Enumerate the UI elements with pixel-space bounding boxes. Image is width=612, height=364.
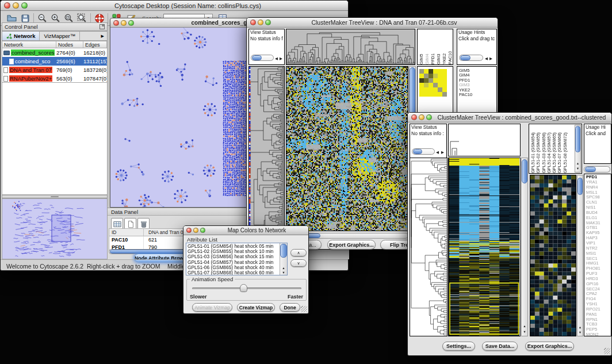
attribute-listbox[interactable]: GPL51-01 (GSM854) heat shock 05 minGPL51… [186,243,288,275]
heatmap-cell[interactable] [429,78,433,83]
main-titlebar[interactable]: Cytoscape Desktop (Session Name: collins… [1,1,348,11]
col-network[interactable]: Network [2,41,56,48]
attribute-list-vscrollbar[interactable]: ▲ ▼ [280,243,287,275]
resize-grip[interactable] [301,306,307,312]
row-dendrogram-canvas[interactable] [249,67,284,231]
heatmap-cell[interactable] [419,78,424,83]
heatmap-cell[interactable] [438,92,442,97]
scroll-right-arrow[interactable]: ▶ [489,56,492,60]
done-button[interactable]: Done [280,303,300,312]
tab-vizmapper[interactable]: VizMapper™ [40,32,80,40]
close-button[interactable] [411,114,417,120]
col-nodes[interactable]: Nodes [56,41,83,48]
heatmap-cell[interactable] [424,87,429,92]
scroll-right-arrow[interactable]: ▶ [280,56,282,60]
scroll-thumb[interactable] [460,55,471,60]
row-dendrogram-canvas[interactable] [410,158,447,336]
heatmap-cell[interactable] [429,92,433,97]
array-label[interactable]: GIM3 [436,30,442,64]
network-list-row[interactable]: DNA and Tran 07769(0)183728(0) [2,66,107,74]
array-label[interactable]: GIM5 [419,30,424,64]
heatmap-cell[interactable] [442,87,447,92]
global-heatmap-panel[interactable] [448,158,521,336]
resize-grip[interactable] [604,348,610,354]
scroll-up-arrow[interactable]: ▲ [577,325,583,329]
global-heatmap-canvas[interactable] [449,158,519,336]
minimize-button[interactable] [13,2,19,9]
tab-network[interactable]: Network [2,32,40,40]
scroll-thumb[interactable] [585,167,596,172]
scroll-thumb[interactable] [575,126,580,152]
create-vizmap-button[interactable]: Create Vizmap [237,303,275,312]
array-label[interactable]: GPL51-02 (GSM855) [536,125,541,173]
zoom-heatmap-panel[interactable] [530,175,576,336]
minimize-button[interactable] [193,228,198,233]
heatmap-vscrollbar[interactable]: ▲ ▼ [521,158,528,336]
gene-label[interactable]: MON2 [586,332,600,336]
float-panel-icon[interactable] [100,24,105,29]
move-up-button[interactable]: ∧ [290,249,307,256]
heatmap-cell[interactable] [424,78,429,83]
scroll-right-arrow[interactable]: ▶ [441,150,444,154]
scroll-up-arrow[interactable]: ▲ [575,162,580,165]
heatmap-cell[interactable] [442,69,447,74]
gene-label[interactable]: PAC10 [459,93,472,97]
minimize-button[interactable] [121,20,127,26]
heatmap-cell[interactable] [433,78,438,83]
heatmap-cell[interactable] [429,74,433,78]
view-status-scrollbar[interactable] [251,55,274,61]
array-label[interactable]: PAC10 [447,30,453,64]
scroll-left-arrow[interactable]: ◀ [485,56,488,60]
heatmap-cell[interactable] [433,87,438,92]
zoom-button[interactable] [21,2,28,9]
heatmap-cell[interactable] [433,74,438,78]
heatmap-cell[interactable] [442,74,447,78]
heatmap-cell[interactable] [424,83,429,87]
scroll-thumb[interactable] [577,178,583,195]
array-label[interactable]: GPL51-07 (GSM868) [557,125,562,173]
heatmap-cell[interactable] [429,69,433,74]
treeview-dna-titlebar[interactable]: ClusterMaker TreeView : DNA and Tran 07-… [247,18,498,28]
array-label[interactable]: GPL51-01 (GSM854) [530,125,536,173]
heatmap-cell[interactable] [438,83,442,87]
scroll-left-arrow[interactable]: ◀ [275,56,278,60]
attribute-item[interactable]: GPL51-07 (GSM868) heat shock 60 min [186,270,280,275]
animate-vizmap-button[interactable]: Animate Vizmap [192,303,232,312]
array-labels-vscrollbar[interactable]: ▲ ▼ [575,125,581,173]
heatmap-cell[interactable] [419,83,424,87]
zoom-button[interactable] [128,20,134,26]
heatmap-cell[interactable] [433,92,438,97]
row-dendrogram-panel[interactable] [248,66,285,231]
scroll-down-arrow[interactable]: ▼ [280,271,287,274]
heatmap-cell[interactable] [424,74,429,78]
zoom-vscrollbar[interactable]: ▲ ▼ [577,175,583,336]
heatmap-cell[interactable] [438,69,442,74]
scroll-down-arrow[interactable]: ▼ [575,167,580,170]
heatmap-cell[interactable] [419,92,424,97]
heatmap-cell[interactable] [424,69,429,74]
scroll-thumb[interactable] [413,149,422,154]
col-id[interactable]: ID [109,229,144,236]
heatmap-cell[interactable] [429,83,433,87]
array-label[interactable]: GPL51-04 (GSM857) [546,125,552,173]
column-dendrogram-canvas[interactable] [286,29,415,64]
speed-slider-thumb[interactable] [240,284,247,292]
move-down-button[interactable]: ∨ [290,259,307,267]
scroll-up-arrow[interactable]: ▲ [522,324,527,328]
heatmap-cell[interactable] [419,87,424,92]
heatmap-cell[interactable] [438,74,442,78]
zoom-button[interactable] [426,114,432,120]
heatmap-cell[interactable] [442,83,447,87]
column-dendrogram-panel[interactable] [448,124,521,156]
global-heatmap-canvas[interactable] [286,67,408,231]
array-label[interactable]: GIM4 [424,30,430,64]
scroll-down-arrow[interactable]: ▼ [522,330,527,334]
scroll-left-arrow[interactable]: ◀ [436,150,439,154]
close-button[interactable] [250,20,256,25]
zoom-heatmap-canvas[interactable] [530,175,576,336]
network-list-row[interactable]: combined_scores2764(0)16218(0) [2,48,107,57]
close-button[interactable] [186,228,192,233]
array-label[interactable]: GPL51-08 (GSM872) [563,125,568,173]
row-dendrogram-panel[interactable] [410,158,447,336]
heatmap-cell[interactable] [442,78,447,83]
